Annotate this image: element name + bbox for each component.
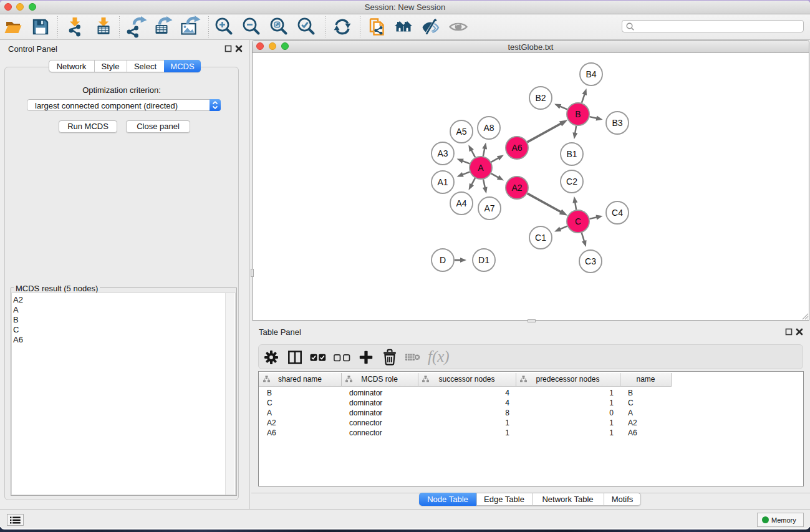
- svg-text:A3: A3: [437, 148, 448, 158]
- svg-text:B: B: [575, 109, 581, 119]
- svg-text:A2: A2: [511, 183, 522, 193]
- svg-text:B2: B2: [535, 93, 546, 103]
- svg-text:B4: B4: [586, 69, 596, 79]
- svg-text:A: A: [478, 163, 484, 173]
- svg-text:A6: A6: [511, 143, 522, 153]
- svg-text:C3: C3: [585, 256, 596, 266]
- svg-text:A5: A5: [456, 127, 466, 137]
- svg-text:A8: A8: [483, 123, 494, 133]
- svg-text:B3: B3: [612, 118, 622, 128]
- svg-text:C: C: [575, 216, 581, 226]
- svg-text:D: D: [440, 255, 446, 265]
- svg-text:A4: A4: [456, 198, 466, 208]
- svg-text:C2: C2: [566, 177, 577, 186]
- svg-text:A7: A7: [484, 203, 494, 213]
- svg-text:C4: C4: [612, 208, 623, 218]
- svg-text:A1: A1: [437, 177, 448, 187]
- svg-text:B1: B1: [566, 149, 577, 159]
- svg-text:C1: C1: [535, 233, 546, 243]
- svg-text:D1: D1: [478, 255, 489, 265]
